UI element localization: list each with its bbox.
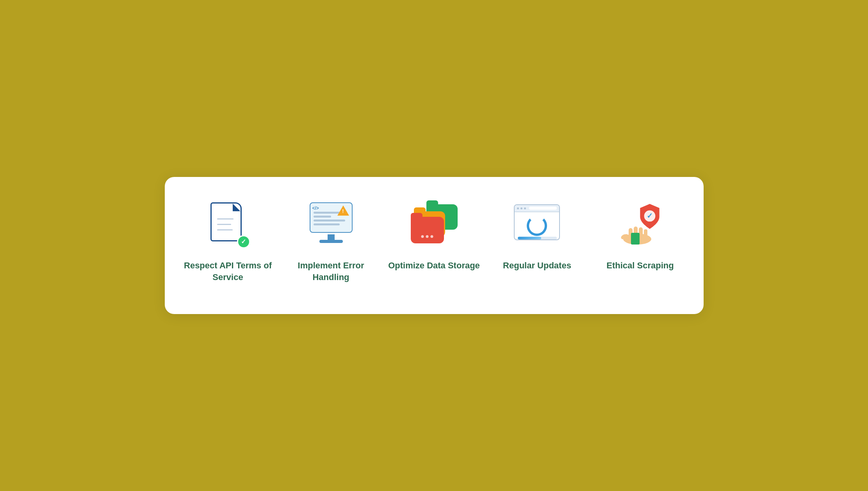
- browser-refresh-icon: [510, 200, 565, 247]
- label-respect-api: Respect API Terms of Service: [180, 260, 276, 283]
- shield-hand-icon: ✓: [613, 200, 668, 247]
- label-ethical-scraping: Ethical Scraping: [606, 260, 674, 271]
- item-ethical-scraping: ✓: [593, 200, 688, 271]
- item-regular-updates: Regular Updates: [490, 200, 585, 271]
- svg-text:✓: ✓: [647, 212, 653, 220]
- error-monitor-icon: </> !: [304, 200, 358, 247]
- left-accent-bar: [0, 98, 4, 393]
- document-check-icon: [201, 200, 255, 247]
- folders-icon: [407, 200, 462, 247]
- label-regular-updates: Regular Updates: [503, 260, 571, 271]
- svg-rect-8: [631, 233, 640, 245]
- item-respect-api: Respect API Terms of Service: [180, 200, 276, 283]
- svg-rect-7: [644, 229, 647, 239]
- label-implement-error: Implement Error Handling: [283, 260, 379, 283]
- main-card: Respect API Terms of Service </>: [165, 177, 704, 314]
- items-row: Respect API Terms of Service </>: [180, 200, 688, 283]
- label-optimize-data: Optimize Data Storage: [388, 260, 480, 271]
- item-implement-error: </> ! Implement Error Handling: [283, 200, 379, 283]
- item-optimize-data: Optimize Data Storage: [387, 200, 482, 271]
